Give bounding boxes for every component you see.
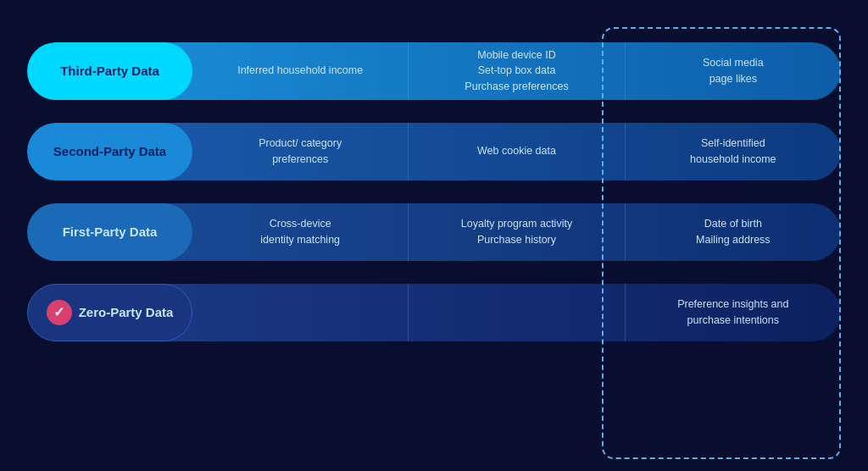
cell-second-party-2: Self-identified household income	[625, 123, 841, 180]
row-inner-second-party: Second-Party DataProduct/ category prefe…	[27, 119, 841, 183]
cell-first-party-0: Cross-device identity matching	[192, 203, 408, 261]
row-second-party: Second-Party DataProduct/ category prefe…	[27, 119, 841, 183]
row-third-party: Third-Party DataInferred household incom…	[27, 39, 841, 103]
cells-area-second-party: Product/ category preferencesWeb cookie …	[192, 123, 841, 180]
zero-party-check-icon: ✓	[47, 300, 72, 325]
label-second-party: Second-Party Data	[27, 123, 192, 180]
row-inner-zero-party: ✓Zero-Party DataPreference insights and …	[27, 280, 841, 344]
cell-third-party-1: Mobile device ID Set-top box data Purcha…	[408, 42, 624, 100]
cell-third-party-0: Inferred household income	[192, 42, 408, 100]
cells-area-third-party: Inferred household incomeMobile device I…	[192, 42, 841, 100]
row-zero-party: ✓Zero-Party DataPreference insights and …	[27, 280, 841, 344]
cell-third-party-2: Social media page likes	[625, 42, 841, 100]
cell-zero-party-2: Preference insights and purchase intenti…	[625, 284, 841, 341]
cell-second-party-1: Web cookie data	[408, 123, 624, 180]
cells-area-zero-party: Preference insights and purchase intenti…	[192, 284, 841, 341]
cell-zero-party-1	[408, 284, 624, 341]
data-rows: Third-Party DataInferred household incom…	[27, 39, 841, 352]
row-first-party: First-Party DataCross-device identity ma…	[27, 200, 841, 263]
zero-party-left: ✓Zero-Party Data	[47, 300, 174, 325]
zero-party-label-text: Zero-Party Data	[79, 305, 174, 319]
main-container: Third-Party DataInferred household incom…	[19, 15, 849, 456]
row-inner-third-party: Third-Party DataInferred household incom…	[27, 39, 841, 103]
label-zero-party: ✓Zero-Party Data	[27, 284, 192, 341]
cell-first-party-1: Loyalty program activity Purchase histor…	[408, 203, 624, 261]
cells-area-first-party: Cross-device identity matchingLoyalty pr…	[192, 203, 841, 261]
label-first-party: First-Party Data	[27, 203, 192, 261]
row-inner-first-party: First-Party DataCross-device identity ma…	[27, 200, 841, 263]
label-third-party: Third-Party Data	[27, 42, 192, 100]
cell-second-party-0: Product/ category preferences	[192, 123, 408, 180]
cell-first-party-2: Date of birth Mailing address	[625, 203, 841, 261]
cell-zero-party-0	[192, 284, 408, 341]
